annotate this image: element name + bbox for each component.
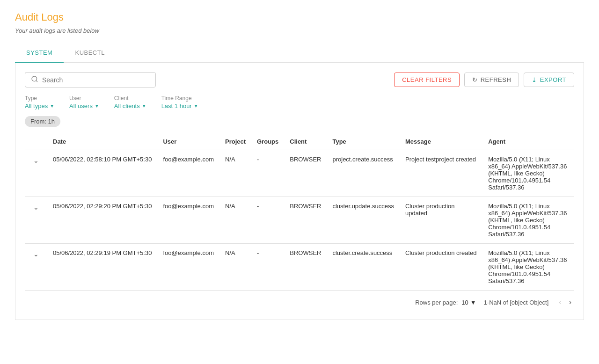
- rows-per-page-select[interactable]: 10 ▼: [461, 299, 476, 306]
- table-row: ⌄ 05/06/2022, 02:29:20 PM GMT+5:30 foo@e…: [25, 197, 574, 244]
- type-cell: cluster.update.success: [327, 197, 400, 244]
- user-cell: foo@example.com: [157, 150, 219, 197]
- svg-point-0: [32, 76, 37, 81]
- user-select[interactable]: All users ▼: [69, 102, 99, 109]
- audit-log-table: Date User Project Groups Client Type Mes…: [25, 133, 574, 291]
- refresh-icon: ↻: [472, 76, 478, 83]
- groups-cell: -: [251, 244, 284, 291]
- download-icon: ⤓: [532, 76, 537, 83]
- expand-button[interactable]: ⌄: [30, 203, 42, 212]
- pagination-nav: ‹ ›: [556, 296, 574, 308]
- table-row: ⌄ 05/06/2022, 02:58:10 PM GMT+5:30 foo@e…: [25, 150, 574, 197]
- search-icon: [31, 75, 38, 84]
- svg-line-1: [36, 80, 37, 82]
- pagination-info: 1-NaN of [object Object]: [484, 299, 549, 306]
- project-cell: N/A: [219, 150, 251, 197]
- clear-filters-button[interactable]: CLEAR FILTERS: [394, 73, 460, 87]
- col-type: Type: [327, 133, 400, 150]
- filter-time-range: Time Range Last 1 hour ▼: [161, 95, 198, 109]
- col-project: Project: [219, 133, 251, 150]
- tabs-container: SYSTEM KUBECTL: [15, 44, 584, 63]
- export-button[interactable]: ⤓ EXPORT: [524, 73, 574, 87]
- time-range-select[interactable]: Last 1 hour ▼: [161, 102, 198, 109]
- chevron-down-icon: ▼: [194, 103, 198, 109]
- project-cell: N/A: [219, 197, 251, 244]
- filters-row: Type All types ▼ User All users ▼ Client…: [25, 95, 574, 109]
- search-box: [25, 72, 156, 87]
- pagination-row: Rows per page: 10 ▼ 1-NaN of [object Obj…: [25, 291, 574, 310]
- chevron-down-icon: ▼: [95, 103, 99, 109]
- message-cell: Cluster production updated: [400, 197, 482, 244]
- agent-cell: Mozilla/5.0 (X11; Linux x86_64) AppleWeb…: [482, 244, 574, 291]
- user-cell: foo@example.com: [157, 197, 219, 244]
- col-expand: [25, 133, 47, 150]
- col-agent: Agent: [482, 133, 574, 150]
- message-cell: Project testproject created: [400, 150, 482, 197]
- rows-per-page: Rows per page: 10 ▼: [415, 299, 476, 306]
- chevron-down-icon: ▼: [470, 299, 476, 306]
- col-client: Client: [284, 133, 327, 150]
- tab-system[interactable]: SYSTEM: [15, 44, 64, 63]
- from-badge: From: 1h: [25, 116, 574, 133]
- filter-type: Type All types ▼: [25, 95, 54, 109]
- col-groups: Groups: [251, 133, 284, 150]
- chevron-down-icon: ▼: [50, 103, 54, 109]
- filter-user: User All users ▼: [69, 95, 99, 109]
- agent-cell: Mozilla/5.0 (X11; Linux x86_64) AppleWeb…: [482, 150, 574, 197]
- date-cell: 05/06/2022, 02:58:10 PM GMT+5:30: [47, 150, 157, 197]
- col-date: Date: [47, 133, 157, 150]
- col-user: User: [157, 133, 219, 150]
- tab-kubectl[interactable]: KUBECTL: [64, 44, 116, 63]
- refresh-button[interactable]: ↻ REFRESH: [464, 73, 519, 87]
- client-select[interactable]: All clients ▼: [114, 102, 146, 109]
- expand-cell: ⌄: [25, 150, 47, 197]
- page-title: Audit Logs: [15, 11, 584, 23]
- date-cell: 05/06/2022, 02:29:20 PM GMT+5:30: [47, 197, 157, 244]
- col-message: Message: [400, 133, 482, 150]
- client-cell: BROWSER: [284, 197, 327, 244]
- search-input[interactable]: [42, 76, 150, 84]
- filter-client: Client All clients ▼: [114, 95, 146, 109]
- date-cell: 05/06/2022, 02:29:19 PM GMT+5:30: [47, 244, 157, 291]
- user-cell: foo@example.com: [157, 244, 219, 291]
- agent-cell: Mozilla/5.0 (X11; Linux x86_64) AppleWeb…: [482, 197, 574, 244]
- prev-page-button[interactable]: ‹: [556, 296, 564, 308]
- expand-button[interactable]: ⌄: [30, 249, 42, 259]
- expand-cell: ⌄: [25, 197, 47, 244]
- table-row: ⌄ 05/06/2022, 02:29:19 PM GMT+5:30 foo@e…: [25, 244, 574, 291]
- client-cell: BROWSER: [284, 244, 327, 291]
- content-panel: CLEAR FILTERS ↻ REFRESH ⤓ EXPORT Type Al…: [15, 63, 584, 320]
- type-select[interactable]: All types ▼: [25, 102, 54, 109]
- page-subtitle: Your audit logs are listed below: [15, 27, 584, 34]
- expand-cell: ⌄: [25, 244, 47, 291]
- type-cell: cluster.create.success: [327, 244, 400, 291]
- groups-cell: -: [251, 197, 284, 244]
- chevron-down-icon: ▼: [142, 103, 146, 109]
- page-container: Audit Logs Your audit logs are listed be…: [0, 0, 599, 364]
- toolbar-actions: CLEAR FILTERS ↻ REFRESH ⤓ EXPORT: [394, 73, 574, 87]
- type-cell: project.create.success: [327, 150, 400, 197]
- client-cell: BROWSER: [284, 150, 327, 197]
- groups-cell: -: [251, 150, 284, 197]
- next-page-button[interactable]: ›: [566, 296, 574, 308]
- message-cell: Cluster production created: [400, 244, 482, 291]
- project-cell: N/A: [219, 244, 251, 291]
- expand-button[interactable]: ⌄: [30, 156, 42, 165]
- toolbar: CLEAR FILTERS ↻ REFRESH ⤓ EXPORT: [25, 72, 574, 87]
